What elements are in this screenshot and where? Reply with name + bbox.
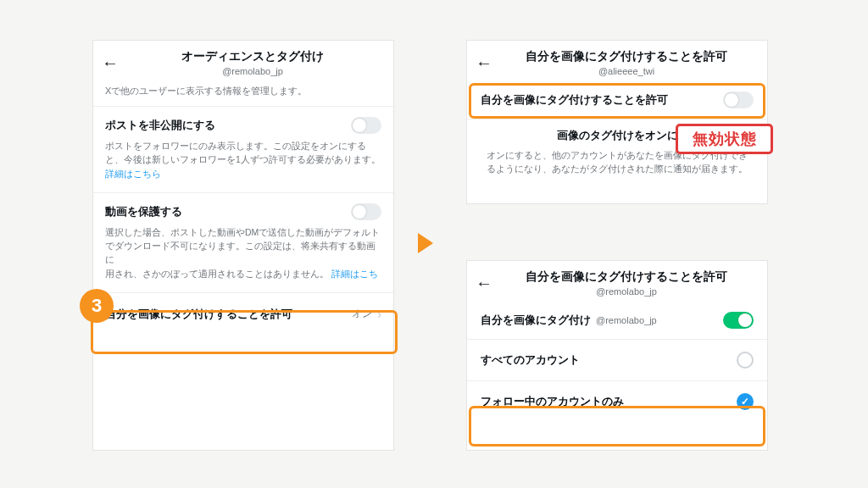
photo-tagging-toggle-on[interactable]	[723, 312, 754, 329]
back-arrow-icon[interactable]: ←	[476, 53, 494, 73]
header-center: オーディエンスとタグ付け @remolabo_jp	[120, 49, 385, 76]
step-badge-3: 3	[80, 289, 114, 323]
protect-video-link[interactable]: 詳細はこち	[331, 269, 378, 279]
photo-tagging-label-wrap: 自分を画像にタグ付け @remolabo_jp	[481, 313, 657, 328]
step-badge-number: 3	[92, 295, 102, 317]
back-arrow-icon[interactable]: ←	[102, 53, 120, 73]
panel1-handle: @remolabo_jp	[120, 66, 385, 76]
protect-video-desc-b: 用され、さかのぼって適用されることはありません。	[105, 269, 329, 279]
private-posts-desc-text: ポストをフォロワーにのみ表示します。この設定をオンにすると、今後は新しいフォロワ…	[105, 141, 381, 164]
private-posts-title: ポストを非公開にする	[105, 118, 215, 133]
photo-tagging-on-label: 自分を画像にタグ付け	[481, 313, 591, 328]
panel2-header-center: 自分を画像にタグ付けすることを許可 @alieeee_twi	[494, 49, 759, 76]
back-arrow-icon[interactable]: ←	[476, 274, 494, 293]
highlight-box-step3	[91, 310, 398, 354]
photo-tagging-on-row: 自分を画像にタグ付け @remolabo_jp	[467, 302, 767, 339]
radio-unselected-icon	[737, 352, 754, 369]
flow-arrow-icon	[418, 233, 433, 253]
disabled-state-label: 無効状態	[693, 129, 757, 149]
option-all-label: すべてのアカウント	[481, 352, 580, 368]
panel2-title: 自分を画像にタグ付けすることを許可	[494, 49, 759, 64]
protect-video-row: 動画を保護する	[105, 203, 381, 220]
panel2-handle: @alieeee_twi	[494, 66, 759, 76]
photo-tagging-on-handle: @remolabo_jp	[596, 315, 657, 325]
option-all-accounts[interactable]: すべてのアカウント	[467, 339, 767, 380]
panel1-subtext: Xで他のユーザーに表示する情報を管理します。	[93, 81, 393, 107]
private-posts-row: ポストを非公開にする	[105, 117, 381, 134]
panel3-header: ← 自分を画像にタグ付けすることを許可 @remolabo_jp	[467, 261, 767, 302]
panel3-title: 自分を画像にタグ付けすることを許可	[494, 269, 759, 285]
protect-video-title: 動画を保護する	[105, 204, 182, 219]
protect-video-desc-a: 選択した場合、ポストした動画やDMで送信した動画がデフォルトでダウンロード不可に…	[105, 227, 380, 265]
panel1-title: オーディエンスとタグ付け	[120, 49, 385, 64]
panel2-header: ← 自分を画像にタグ付けすることを許可 @alieeee_twi	[467, 41, 767, 81]
highlight-box-toggle	[469, 83, 765, 119]
panel3-handle: @remolabo_jp	[494, 286, 759, 297]
panel3-header-center: 自分を画像にタグ付けすることを許可 @remolabo_jp	[494, 269, 759, 297]
private-posts-section: ポストを非公開にする ポストをフォロワーにのみ表示します。この設定をオンにすると…	[93, 107, 393, 193]
audience-settings-panel: ← オーディエンスとタグ付け @remolabo_jp Xで他のユーザーに表示す…	[92, 40, 394, 451]
disabled-state-callout: 無効状態	[676, 124, 773, 154]
private-posts-link[interactable]: 詳細はこちら	[105, 169, 161, 179]
highlight-box-following-only	[469, 406, 765, 446]
protect-video-toggle[interactable]	[351, 203, 381, 220]
photo-tagging-disabled-panel: ← 自分を画像にタグ付けすることを許可 @alieeee_twi 自分を画像にタ…	[466, 40, 768, 204]
private-posts-toggle[interactable]	[351, 117, 381, 134]
private-posts-desc: ポストをフォロワーにのみ表示します。この設定をオンにすると、今後は新しいフォロワ…	[105, 139, 381, 180]
panel1-header: ← オーディエンスとタグ付け @remolabo_jp	[93, 41, 393, 81]
protect-video-desc: 選択した場合、ポストした動画やDMで送信した動画がデフォルトでダウンロード不可に…	[105, 225, 381, 280]
protect-video-section: 動画を保護する 選択した場合、ポストした動画やDMで送信した動画がデフォルトでダ…	[93, 193, 393, 293]
